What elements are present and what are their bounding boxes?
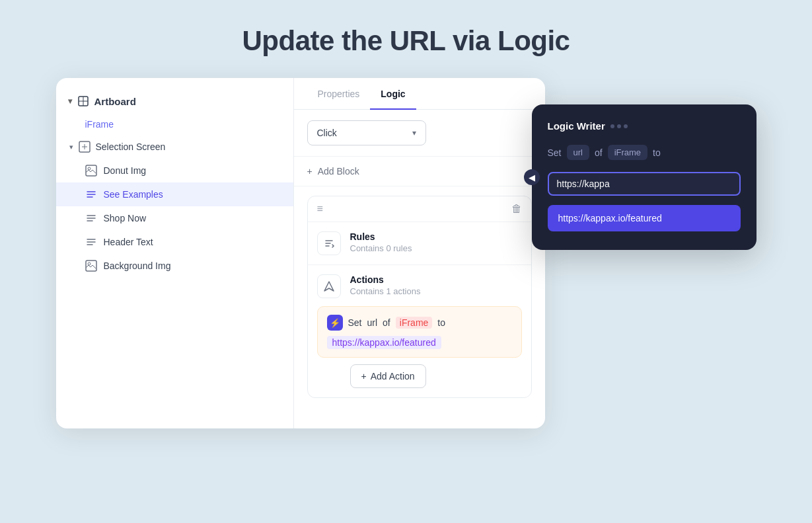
action-to-word: to xyxy=(437,317,445,328)
logic-writer-card: ◀ Logic Writer Set url of iFrame to http… xyxy=(532,104,757,250)
lw-of-label: of xyxy=(595,147,603,158)
logic-writer-sentence: Set url of iFrame to xyxy=(548,145,741,160)
tab-bar: Properties Logic xyxy=(294,78,545,110)
rules-section: Rules Contains 0 rules xyxy=(308,222,531,265)
action-set-word: Set xyxy=(348,317,362,328)
logic-writer-input[interactable]: https://kappa xyxy=(548,172,741,196)
sidebar-item-background-img[interactable]: Background Img xyxy=(56,254,293,278)
sidebar-item-iframe[interactable]: iFrame xyxy=(56,114,293,135)
dot-3 xyxy=(624,124,628,128)
action-url-value: https://kappax.io/featured xyxy=(327,336,441,349)
right-panel: Properties Logic Click ▾ + Add Block ≡ xyxy=(294,78,545,428)
actions-section: Actions Contains 1 actions ⚡ Set url of … xyxy=(308,265,531,397)
svg-marker-19 xyxy=(324,282,334,291)
add-action-label: Add Action xyxy=(371,371,415,382)
actions-icon xyxy=(317,274,341,298)
block-header: ≡ 🗑 xyxy=(308,196,531,222)
artboard-icon xyxy=(77,95,89,107)
action-item: ⚡ Set url of iFrame to https://kappax.io… xyxy=(317,306,522,358)
sidebar-item-donut-img[interactable]: Donut Img xyxy=(56,159,293,182)
action-iframe-word: iFrame xyxy=(396,317,433,329)
svg-point-7 xyxy=(88,167,91,170)
lw-url-chip[interactable]: url xyxy=(567,145,589,160)
actions-title: Actions xyxy=(350,274,421,285)
rules-title: Rules xyxy=(350,231,412,242)
action-url-word: url xyxy=(367,317,378,328)
lw-set-label: Set xyxy=(548,147,562,158)
sidebar: ▾ Artboard iFrame ▾ xyxy=(56,78,294,428)
tab-properties[interactable]: Properties xyxy=(307,78,371,110)
drag-handle-icon[interactable]: ≡ xyxy=(317,203,323,215)
delete-block-icon[interactable]: 🗑 xyxy=(511,203,522,215)
trigger-select[interactable]: Click ▾ xyxy=(307,120,426,145)
trigger-label: Click xyxy=(317,128,337,138)
chevron-down-icon: ▾ xyxy=(412,128,416,138)
rules-icon xyxy=(317,231,341,255)
add-action-button[interactable]: + Add Action xyxy=(350,364,426,388)
dot-2 xyxy=(617,124,621,128)
dot-1 xyxy=(610,124,614,128)
add-block-label: Add Block xyxy=(318,166,359,177)
see-examples-label: See Examples xyxy=(104,189,163,200)
plus-icon-action: + xyxy=(361,371,367,382)
text-icon-see-examples xyxy=(85,188,97,200)
page-title: Update the URL via Logic xyxy=(242,25,570,57)
lw-to-label: to xyxy=(653,147,661,158)
header-text-label: Header Text xyxy=(104,237,153,247)
tab-logic[interactable]: Logic xyxy=(370,78,416,110)
plus-icon: + xyxy=(307,166,313,177)
logic-writer-title: Logic Writer xyxy=(548,120,605,132)
sidebar-item-see-examples[interactable]: See Examples xyxy=(56,182,293,206)
iframe-label: iFrame xyxy=(85,119,114,130)
rules-text: Rules Contains 0 rules xyxy=(350,231,412,253)
logic-writer-dots xyxy=(610,124,628,128)
sidebar-item-selection-screen[interactable]: ▾ Selection Screen xyxy=(56,135,293,159)
artboard-label: Artboard xyxy=(94,96,136,107)
selection-chevron-icon: ▾ xyxy=(69,143,73,151)
action-lightning-icon: ⚡ xyxy=(327,315,343,331)
actions-header: Actions Contains 1 actions xyxy=(317,274,522,298)
add-block-button[interactable]: + Add Block xyxy=(294,157,545,186)
logic-writer-suggestion[interactable]: https://kappax.io/featured xyxy=(548,205,741,231)
trigger-row: Click ▾ xyxy=(294,110,545,157)
sidebar-item-header-text[interactable]: Header Text xyxy=(56,230,293,254)
donut-img-label: Donut Img xyxy=(104,165,147,176)
rules-subtitle: Contains 0 rules xyxy=(350,243,412,253)
selection-screen-icon xyxy=(79,141,91,153)
selection-screen-label: Selection Screen xyxy=(96,141,166,152)
sidebar-artboard[interactable]: ▾ Artboard xyxy=(56,89,293,114)
connector-arrow-icon: ◀ xyxy=(524,169,540,185)
actions-subtitle: Contains 1 actions xyxy=(350,286,421,296)
action-of-word: of xyxy=(383,317,390,328)
shop-now-label: Shop Now xyxy=(104,213,147,223)
panel-card: ▾ Artboard iFrame ▾ xyxy=(56,78,545,428)
lw-iframe-chip[interactable]: iFrame xyxy=(608,145,647,160)
sidebar-item-shop-now[interactable]: Shop Now xyxy=(56,206,293,230)
main-container: ▾ Artboard iFrame ▾ xyxy=(56,78,757,428)
image-icon-background xyxy=(85,260,97,272)
logic-block: ≡ 🗑 Rules Contains 0 rules xyxy=(307,196,532,398)
actions-text: Actions Contains 1 actions xyxy=(350,274,421,296)
logic-writer-header: Logic Writer xyxy=(548,120,741,132)
image-icon xyxy=(85,165,97,177)
text-icon-shop-now xyxy=(85,212,97,224)
svg-point-18 xyxy=(88,262,91,265)
artboard-chevron-icon: ▾ xyxy=(68,97,72,106)
background-img-label: Background Img xyxy=(104,261,171,271)
text-icon-header-text xyxy=(85,236,97,248)
